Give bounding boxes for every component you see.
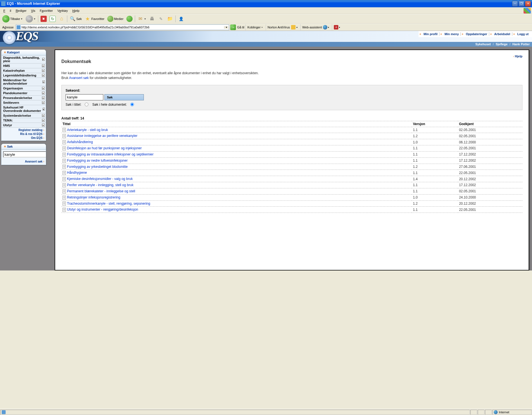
search-form: Søkeord: Søk Søk i tittel: Søk i hele do… <box>61 85 522 110</box>
menu-tools[interactable]: Verktøy <box>55 8 70 13</box>
stop-icon <box>41 16 47 22</box>
radio-full[interactable] <box>130 103 134 106</box>
result-link[interactable]: Retningslinjer infeksjonsregistrering <box>67 195 120 199</box>
nav-profile[interactable]: Min profil <box>422 32 440 36</box>
result-link[interactable]: Tracheostomi/innerkanyle - stell, rengjø… <box>67 202 150 206</box>
document-icon <box>62 171 66 175</box>
link-ros[interactable]: Ris & ros til EQS › <box>3 132 44 136</box>
radio-title[interactable] <box>85 103 88 106</box>
maximize-button[interactable]: ❐ <box>518 1 524 7</box>
result-link[interactable]: Forebygging av intravaskulære infeksjone… <box>67 152 153 156</box>
expand-icon: ▸ <box>42 96 45 99</box>
category-item[interactable]: Sykehuset HF Overordnede dokumenter▸ <box>1 105 46 113</box>
document-icon <box>62 134 66 138</box>
result-link[interactable]: Assistanse innleggelse av perifere venek… <box>67 134 137 138</box>
go-button[interactable]: → <box>230 24 236 30</box>
advanced-search-link[interactable]: Avansert søk <box>69 76 89 80</box>
webassist-section[interactable]: Web-assistent▾ <box>300 24 331 30</box>
result-row: Desinfeksjon av hud før punksjoner og in… <box>61 145 522 152</box>
url-input-box[interactable]: ▼ <box>16 24 229 30</box>
messenger-button[interactable]: 👤 <box>177 15 185 22</box>
search-keyword-input[interactable] <box>66 94 103 100</box>
category-item[interactable]: Smittevern▸ <box>1 100 46 105</box>
home-button[interactable]: ⌂ <box>57 15 66 22</box>
category-item[interactable]: Utstyr▸ <box>1 123 46 128</box>
nav-menu[interactable]: Min meny <box>443 32 461 36</box>
menu-view[interactable]: Vis <box>29 8 37 13</box>
document-icon <box>62 177 66 181</box>
history-button[interactable] <box>125 15 134 22</box>
chevron-down-icon: ▼ <box>21 18 23 20</box>
refresh-button[interactable]: ↻ <box>48 15 57 22</box>
result-link[interactable]: Forebygging av nedre luftveisinfeksjoner <box>67 159 128 163</box>
category-item[interactable]: Diagnostikk, behandling, pleie▸ <box>1 55 46 64</box>
result-link[interactable]: Perifer venekanyle - innlegging, stell o… <box>67 183 133 187</box>
messenger-icon: 👤 <box>178 16 184 22</box>
nav-logout[interactable]: Logg ut <box>516 32 530 36</box>
edit-button[interactable]: ✎ <box>157 15 165 22</box>
search-submit-button[interactable]: Søk <box>104 94 144 100</box>
category-item[interactable]: Katastrofeplan▸ <box>1 68 46 73</box>
forward-button[interactable]: → ▼ <box>24 15 37 23</box>
stop-button[interactable] <box>39 15 48 22</box>
pdf-section[interactable]: A▾ <box>332 24 342 30</box>
result-link[interactable]: Avfallshåndtering <box>67 140 93 144</box>
search-button[interactable]: 🔍Søk <box>68 15 83 22</box>
link-register[interactable]: Registrer melding › <box>3 128 44 132</box>
category-item[interactable]: Organisasjon▸ <box>1 86 46 91</box>
back-button[interactable]: ← Tilbake ▼ <box>1 15 24 23</box>
result-link[interactable]: Kjemiske desinfeksjonsmidler - valg og b… <box>67 177 133 181</box>
help-link[interactable]: Hjelp <box>515 55 522 58</box>
category-panel: ✶Kategori Diagnostikk, behandling, pleie… <box>1 49 46 141</box>
panel-links: Registrer melding › Ris & ros til EQS › … <box>1 128 46 141</box>
sidebar-search-input[interactable] <box>3 151 46 157</box>
links-section[interactable]: Koblinger » <box>245 24 265 30</box>
menu-file[interactable]: Fil <box>1 8 14 13</box>
window-titlebar: EQS - Microsoft Internet Explorer ─ ❐ ✕ <box>0 0 532 7</box>
folder-button[interactable]: 📁 <box>166 15 174 22</box>
result-link[interactable]: Arteriekanyle - stell og bruk <box>67 128 108 132</box>
nav-workspace[interactable]: Arbeidsdel <box>493 32 512 36</box>
mail-button[interactable]: ✉▼ <box>136 15 147 22</box>
category-item[interactable]: Legemiddelhåndtering▸ <box>1 73 46 78</box>
result-link[interactable]: Desinfeksjon av hud før punksjoner og in… <box>67 146 142 150</box>
result-version: 1.0 <box>412 139 458 145</box>
result-version: 1.2 <box>412 200 458 207</box>
category-item[interactable]: TEMA:▸ <box>1 118 46 123</box>
norton-section[interactable]: Norton AntiVirus ▾ <box>266 24 299 30</box>
media-button[interactable]: Medier <box>106 15 125 22</box>
chevron-down-icon: ▼ <box>33 18 36 20</box>
minimize-button[interactable]: ─ <box>512 1 518 7</box>
result-link[interactable]: Utstyr og instrumenter - rengjøring/desi… <box>67 208 138 211</box>
document-icon <box>62 183 66 187</box>
close-button[interactable]: ✕ <box>525 1 531 7</box>
link-about[interactable]: Om EQS › <box>3 136 44 140</box>
menu-help[interactable]: Hjelp <box>70 8 82 13</box>
url-dropdown[interactable]: ▼ <box>224 26 228 29</box>
print-button[interactable]: 🖶 <box>148 15 156 22</box>
result-version: 1.1 <box>412 182 458 188</box>
nav-updates[interactable]: Oppdateringer <box>464 32 489 36</box>
category-item[interactable]: Melderutiner for avvikshendelser▸ <box>1 78 46 86</box>
result-row: Håndhygiene1.122.05.2001 <box>61 170 522 176</box>
category-item[interactable]: Prosessbeskrivelse▸ <box>1 96 46 100</box>
url-input[interactable] <box>21 26 224 29</box>
expand-icon: ▸ <box>42 124 45 127</box>
category-item[interactable]: Systembeskrivelse▸ <box>1 113 46 118</box>
result-approved: 17.12.2002 <box>458 157 522 164</box>
favorites-button[interactable]: ★Favoritter <box>83 15 105 22</box>
category-item[interactable]: Plandokumenter▸ <box>1 91 46 96</box>
category-item[interactable]: HMS▸ <box>1 64 46 68</box>
result-link[interactable]: Forebygging av yrkesbetinget blodsmitte <box>67 165 128 169</box>
sidebar-advanced-search[interactable]: Avansert søk › <box>25 160 44 163</box>
page-icon <box>17 25 21 29</box>
result-link[interactable]: Permanent blærekateter - innleggelse og … <box>67 189 135 193</box>
logo-disc-icon <box>3 31 16 44</box>
result-row: Permanent blærekateter - innleggelse og … <box>61 188 522 194</box>
expand-icon: ▸ <box>42 114 45 117</box>
menu-edit[interactable]: Rediger <box>14 8 29 13</box>
result-link[interactable]: Håndhygiene <box>67 171 87 175</box>
category-label: Sykehuset HF Overordnede dokumenter <box>3 106 43 112</box>
document-icon <box>62 208 66 212</box>
menu-favorites[interactable]: Favoritter <box>37 8 55 13</box>
